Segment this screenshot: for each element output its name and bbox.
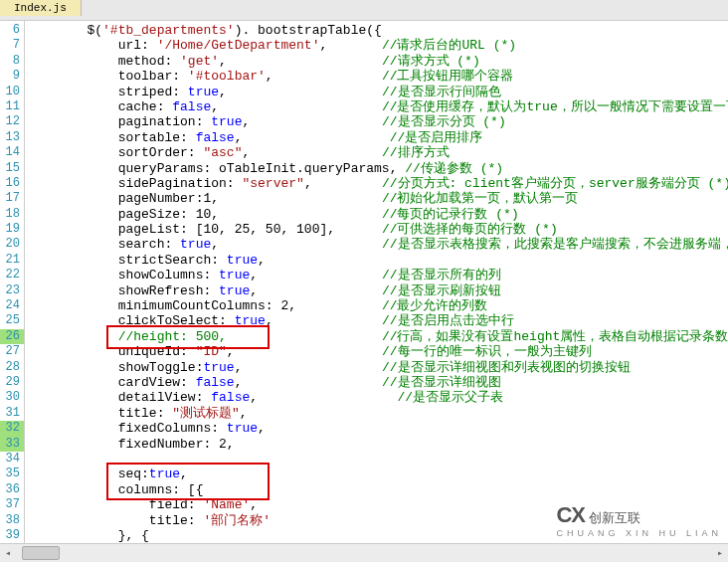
code-area[interactable]: $('#tb_departments'). bootstrapTable({ u… [24, 21, 728, 543]
horizontal-scrollbar[interactable]: ◂ ▸ [0, 543, 728, 562]
editor-window: Index.js 6789101112131415161718192021222… [0, 0, 728, 562]
logo-text: 创新互联 [589, 510, 640, 525]
logo-mark: CX [556, 502, 585, 527]
scroll-left-icon[interactable]: ◂ [0, 545, 16, 561]
logo-sub: CHUANG XIN HU LIAN [556, 528, 722, 538]
code-editor[interactable]: 6789101112131415161718192021222324252627… [0, 21, 728, 543]
scroll-thumb[interactable] [22, 546, 60, 560]
watermark-logo: CX 创新互联 CHUANG XIN HU LIAN [556, 502, 722, 538]
tab-bar: Index.js [0, 0, 728, 21]
scroll-right-icon[interactable]: ▸ [712, 545, 728, 561]
line-gutter: 6789101112131415161718192021222324252627… [0, 21, 24, 543]
tab-index-js[interactable]: Index.js [0, 0, 82, 16]
